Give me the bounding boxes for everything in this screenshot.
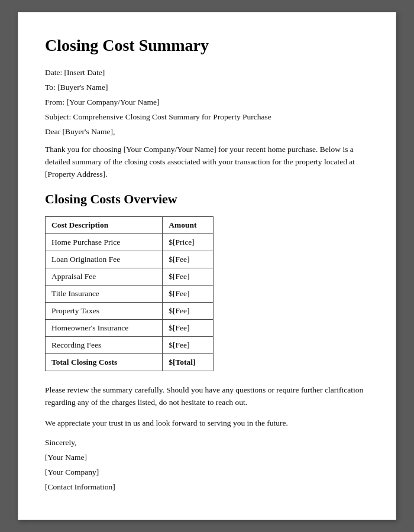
intro-paragraph: Thank you for choosing [Your Company/You… — [45, 144, 369, 181]
table-cell-amount: $[Fee] — [163, 319, 214, 336]
table-cell-amount: $[Fee] — [163, 336, 214, 353]
contact-info-line: [Contact Information] — [45, 482, 369, 492]
table-cell-description: Total Closing Costs — [46, 353, 163, 371]
subject-line: Subject: Comprehensive Closing Cost Summ… — [45, 112, 369, 122]
to-line: To: [Buyer's Name] — [45, 83, 369, 92]
table-cell-amount: $[Fee] — [163, 285, 214, 302]
table-cell-amount: $[Fee] — [163, 302, 214, 319]
table-cell-description: Property Taxes — [46, 302, 163, 319]
table-row: Appraisal Fee$[Fee] — [46, 268, 214, 285]
signature-block: Sincerely, [Your Name] [Your Company] [C… — [45, 438, 369, 492]
cost-table: Cost Description Amount Home Purchase Pr… — [45, 216, 214, 371]
table-cell-description: Home Purchase Price — [46, 233, 163, 251]
your-company-line: [Your Company] — [45, 468, 369, 477]
table-row: Property Taxes$[Fee] — [46, 302, 214, 319]
table-header-row: Cost Description Amount — [46, 216, 214, 233]
table-row: Total Closing Costs$[Total] — [46, 353, 214, 371]
table-cell-amount: $[Fee] — [163, 251, 214, 268]
col-header-amount: Amount — [163, 216, 214, 233]
date-line: Date: [Insert Date] — [45, 68, 369, 77]
table-cell-description: Recording Fees — [46, 336, 163, 353]
from-line: From: [Your Company/Your Name] — [45, 98, 369, 107]
table-row: Loan Origination Fee$[Fee] — [46, 251, 214, 268]
table-cell-description: Title Insurance — [46, 285, 163, 302]
table-cell-description: Appraisal Fee — [46, 268, 163, 285]
table-cell-amount: $[Price] — [163, 233, 214, 251]
table-row: Home Purchase Price$[Price] — [46, 233, 214, 251]
table-row: Title Insurance$[Fee] — [46, 285, 214, 302]
document-container: Closing Cost Summary Date: [Insert Date]… — [18, 12, 396, 520]
section-heading: Closing Costs Overview — [45, 192, 369, 207]
document-title: Closing Cost Summary — [45, 36, 369, 55]
table-cell-amount: $[Fee] — [163, 268, 214, 285]
sincerely-line: Sincerely, — [45, 438, 369, 447]
table-cell-description: Homeowner's Insurance — [46, 319, 163, 336]
dear-line: Dear [Buyer's Name], — [45, 127, 369, 137]
table-cell-amount: $[Total] — [163, 353, 214, 371]
appreciation-paragraph: We appreciate your trust in us and look … — [45, 417, 369, 430]
your-name-line: [Your Name] — [45, 453, 369, 462]
col-header-description: Cost Description — [46, 216, 163, 233]
table-row: Recording Fees$[Fee] — [46, 336, 214, 353]
table-row: Homeowner's Insurance$[Fee] — [46, 319, 214, 336]
table-cell-description: Loan Origination Fee — [46, 251, 163, 268]
review-paragraph: Please review the summary carefully. Sho… — [45, 384, 369, 409]
